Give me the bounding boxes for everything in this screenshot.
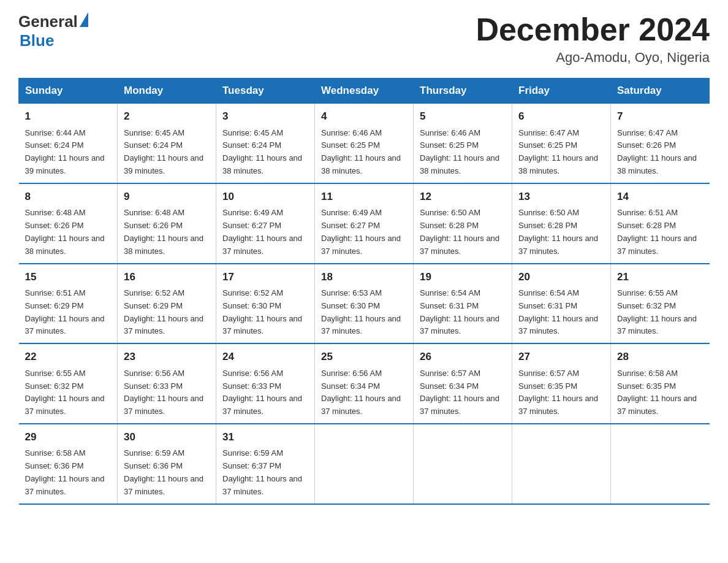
calendar-week-row: 8 Sunrise: 6:48 AMSunset: 6:26 PMDayligh…	[19, 183, 710, 264]
logo-general-text: General	[18, 12, 78, 31]
day-number: 23	[124, 349, 210, 365]
day-info: Sunrise: 6:47 AMSunset: 6:25 PMDaylight:…	[518, 128, 598, 175]
day-number: 22	[25, 349, 112, 365]
day-number: 1	[25, 109, 112, 124]
calendar-cell: 6 Sunrise: 6:47 AMSunset: 6:25 PMDayligh…	[512, 104, 611, 183]
month-title: December 2024	[476, 12, 710, 47]
calendar-cell: 25 Sunrise: 6:56 AMSunset: 6:34 PMDaylig…	[315, 343, 414, 424]
calendar-cell: 15 Sunrise: 6:51 AMSunset: 6:29 PMDaylig…	[19, 264, 118, 344]
day-number: 30	[124, 429, 210, 445]
day-info: Sunrise: 6:48 AMSunset: 6:26 PMDaylight:…	[124, 208, 203, 255]
day-info: Sunrise: 6:57 AMSunset: 6:35 PMDaylight:…	[518, 369, 598, 416]
calendar-cell: 7 Sunrise: 6:47 AMSunset: 6:26 PMDayligh…	[611, 104, 710, 183]
day-info: Sunrise: 6:56 AMSunset: 6:33 PMDaylight:…	[124, 369, 203, 416]
title-section: December 2024 Ago-Amodu, Oyo, Nigeria	[476, 12, 710, 66]
day-number: 13	[518, 189, 604, 205]
day-info: Sunrise: 6:45 AMSunset: 6:24 PMDaylight:…	[222, 128, 302, 175]
weekday-header-tuesday: Tuesday	[216, 79, 315, 104]
calendar-cell: 30 Sunrise: 6:59 AMSunset: 6:36 PMDaylig…	[118, 424, 216, 504]
calendar-week-row: 15 Sunrise: 6:51 AMSunset: 6:29 PMDaylig…	[19, 264, 710, 344]
calendar-cell	[611, 424, 710, 504]
day-info: Sunrise: 6:50 AMSunset: 6:28 PMDaylight:…	[518, 208, 598, 255]
day-info: Sunrise: 6:52 AMSunset: 6:29 PMDaylight:…	[124, 288, 203, 335]
day-info: Sunrise: 6:49 AMSunset: 6:27 PMDaylight:…	[222, 208, 302, 255]
location-text: Ago-Amodu, Oyo, Nigeria	[476, 50, 710, 66]
calendar-cell: 11 Sunrise: 6:49 AMSunset: 6:27 PMDaylig…	[315, 183, 414, 264]
calendar-cell: 5 Sunrise: 6:46 AMSunset: 6:25 PMDayligh…	[414, 104, 512, 183]
day-number: 27	[518, 349, 604, 365]
day-info: Sunrise: 6:50 AMSunset: 6:28 PMDaylight:…	[420, 208, 499, 255]
day-number: 19	[420, 269, 506, 285]
day-info: Sunrise: 6:48 AMSunset: 6:26 PMDaylight:…	[25, 208, 105, 255]
day-number: 9	[124, 189, 210, 205]
calendar-week-row: 1 Sunrise: 6:44 AMSunset: 6:24 PMDayligh…	[19, 104, 710, 183]
calendar-cell: 19 Sunrise: 6:54 AMSunset: 6:31 PMDaylig…	[414, 264, 512, 344]
day-info: Sunrise: 6:58 AMSunset: 6:35 PMDaylight:…	[617, 369, 697, 416]
weekday-header-friday: Friday	[512, 79, 611, 104]
weekday-header-row: SundayMondayTuesdayWednesdayThursdayFrid…	[19, 79, 710, 104]
day-info: Sunrise: 6:54 AMSunset: 6:31 PMDaylight:…	[518, 288, 598, 335]
day-info: Sunrise: 6:55 AMSunset: 6:32 PMDaylight:…	[25, 369, 105, 416]
calendar-cell: 4 Sunrise: 6:46 AMSunset: 6:25 PMDayligh…	[315, 104, 414, 183]
day-number: 28	[617, 349, 703, 365]
day-number: 25	[321, 349, 407, 365]
calendar-cell: 23 Sunrise: 6:56 AMSunset: 6:33 PMDaylig…	[118, 343, 216, 424]
day-info: Sunrise: 6:56 AMSunset: 6:34 PMDaylight:…	[321, 369, 401, 416]
day-number: 16	[124, 269, 210, 285]
calendar-cell: 20 Sunrise: 6:54 AMSunset: 6:31 PMDaylig…	[512, 264, 611, 344]
day-info: Sunrise: 6:53 AMSunset: 6:30 PMDaylight:…	[321, 288, 401, 335]
day-info: Sunrise: 6:44 AMSunset: 6:24 PMDaylight:…	[25, 128, 105, 175]
calendar-cell: 31 Sunrise: 6:59 AMSunset: 6:37 PMDaylig…	[216, 424, 315, 504]
logo-triangle-icon	[80, 12, 88, 27]
day-number: 12	[420, 189, 506, 205]
day-number: 2	[124, 109, 210, 124]
day-info: Sunrise: 6:46 AMSunset: 6:25 PMDaylight:…	[321, 128, 401, 175]
day-number: 20	[518, 269, 604, 285]
day-number: 21	[617, 269, 703, 285]
weekday-header-thursday: Thursday	[414, 79, 512, 104]
logo-blue-text: Blue	[20, 31, 54, 50]
calendar-cell: 9 Sunrise: 6:48 AMSunset: 6:26 PMDayligh…	[118, 183, 216, 264]
calendar-cell: 1 Sunrise: 6:44 AMSunset: 6:24 PMDayligh…	[19, 104, 118, 183]
day-number: 4	[321, 109, 407, 124]
calendar-cell: 16 Sunrise: 6:52 AMSunset: 6:29 PMDaylig…	[118, 264, 216, 344]
day-number: 8	[25, 189, 112, 205]
day-number: 10	[222, 189, 308, 205]
calendar-cell: 29 Sunrise: 6:58 AMSunset: 6:36 PMDaylig…	[19, 424, 118, 504]
day-info: Sunrise: 6:47 AMSunset: 6:26 PMDaylight:…	[617, 128, 697, 175]
calendar-cell	[512, 424, 611, 504]
page-header: General Blue December 2024 Ago-Amodu, Oy…	[18, 12, 710, 66]
day-info: Sunrise: 6:56 AMSunset: 6:33 PMDaylight:…	[222, 369, 302, 416]
day-info: Sunrise: 6:49 AMSunset: 6:27 PMDaylight:…	[321, 208, 401, 255]
day-info: Sunrise: 6:52 AMSunset: 6:30 PMDaylight:…	[222, 288, 302, 335]
calendar-cell: 22 Sunrise: 6:55 AMSunset: 6:32 PMDaylig…	[19, 343, 118, 424]
weekday-header-monday: Monday	[118, 79, 216, 104]
day-info: Sunrise: 6:58 AMSunset: 6:36 PMDaylight:…	[25, 448, 105, 496]
calendar-cell: 21 Sunrise: 6:55 AMSunset: 6:32 PMDaylig…	[611, 264, 710, 344]
calendar-cell: 10 Sunrise: 6:49 AMSunset: 6:27 PMDaylig…	[216, 183, 315, 264]
day-info: Sunrise: 6:55 AMSunset: 6:32 PMDaylight:…	[617, 288, 697, 335]
calendar-header: SundayMondayTuesdayWednesdayThursdayFrid…	[19, 79, 710, 104]
day-info: Sunrise: 6:51 AMSunset: 6:29 PMDaylight:…	[25, 288, 105, 335]
day-number: 11	[321, 189, 407, 205]
calendar-cell: 3 Sunrise: 6:45 AMSunset: 6:24 PMDayligh…	[216, 104, 315, 183]
day-number: 26	[420, 349, 506, 365]
calendar-cell: 2 Sunrise: 6:45 AMSunset: 6:24 PMDayligh…	[118, 104, 216, 183]
day-number: 7	[617, 109, 703, 124]
day-number: 18	[321, 269, 407, 285]
day-number: 17	[222, 269, 308, 285]
day-number: 6	[518, 109, 604, 124]
logo: General Blue	[18, 12, 88, 50]
calendar-cell: 27 Sunrise: 6:57 AMSunset: 6:35 PMDaylig…	[512, 343, 611, 424]
day-info: Sunrise: 6:46 AMSunset: 6:25 PMDaylight:…	[420, 128, 499, 175]
calendar-cell: 13 Sunrise: 6:50 AMSunset: 6:28 PMDaylig…	[512, 183, 611, 264]
weekday-header-saturday: Saturday	[611, 79, 710, 104]
day-number: 14	[617, 189, 703, 205]
calendar-cell	[315, 424, 414, 504]
day-number: 24	[222, 349, 308, 365]
calendar-cell	[414, 424, 512, 504]
calendar-week-row: 22 Sunrise: 6:55 AMSunset: 6:32 PMDaylig…	[19, 343, 710, 424]
calendar-cell: 14 Sunrise: 6:51 AMSunset: 6:28 PMDaylig…	[611, 183, 710, 264]
day-number: 15	[25, 269, 112, 285]
calendar-cell: 12 Sunrise: 6:50 AMSunset: 6:28 PMDaylig…	[414, 183, 512, 264]
